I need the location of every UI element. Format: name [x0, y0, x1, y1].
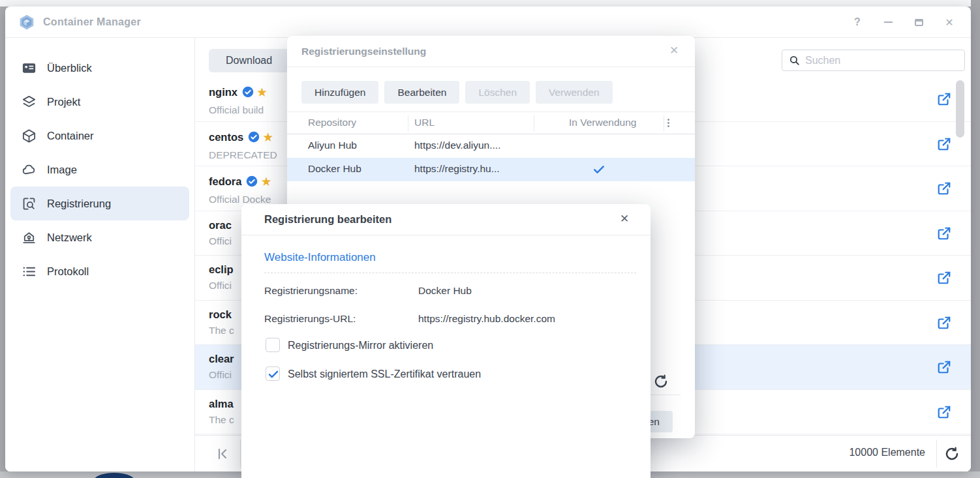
- download-button[interactable]: Download: [209, 49, 289, 72]
- search-input[interactable]: [805, 55, 964, 67]
- maximize-button[interactable]: [913, 16, 925, 28]
- external-link-icon[interactable]: [937, 181, 951, 196]
- minimize-icon: [884, 22, 893, 23]
- first-page-icon[interactable]: [215, 446, 230, 462]
- sidebar: Überblick Projekt Container Image: [5, 38, 195, 471]
- footer-divider: [240, 440, 241, 468]
- registry-url-label: Registrierungs-URL:: [264, 313, 356, 325]
- element-count: 10000 Elemente: [849, 447, 925, 458]
- network-icon: [22, 230, 37, 245]
- help-button[interactable]: ?: [851, 16, 863, 28]
- cell-repository: Docker Hub: [308, 163, 361, 175]
- repo-name: alma: [209, 398, 234, 410]
- dialog-titlebar: Registrierungseinstellung ✕: [287, 36, 695, 67]
- repo-name: centos: [209, 131, 243, 143]
- repo-name: nginx: [209, 86, 237, 98]
- delete-registry-button[interactable]: Löschen: [465, 81, 530, 104]
- sidebar-item-label: Container: [47, 130, 94, 142]
- registry-icon: [22, 196, 37, 211]
- star-icon: ★: [262, 130, 273, 144]
- refresh-icon[interactable]: [944, 446, 960, 462]
- cell-repository: Aliyun Hub: [308, 140, 357, 151]
- close-dialog-icon[interactable]: ✕: [667, 44, 681, 57]
- registry-name-value: Docker Hub: [418, 285, 472, 297]
- sidebar-item-label: Image: [47, 164, 77, 176]
- sidebar-item-label: Überblick: [47, 62, 92, 74]
- column-header-repository: Repository: [308, 117, 356, 128]
- external-link-icon[interactable]: [937, 226, 951, 241]
- sidebar-item-label: Projekt: [47, 96, 80, 108]
- dialog-title: Registrierung bearbeiten: [264, 213, 391, 226]
- overview-icon: [22, 61, 37, 76]
- log-list-icon: [22, 264, 37, 279]
- registry-table-header: Repository URL In Verwendung: [287, 112, 695, 134]
- sidebar-item-label: Registrierung: [47, 198, 111, 210]
- star-icon: ★: [260, 175, 271, 188]
- section-title: Website-Informationen: [264, 251, 376, 264]
- registry-name-label: Registrierungsname:: [264, 285, 358, 297]
- trust-ssl-checkbox[interactable]: [266, 366, 280, 381]
- list-scrollbar-thumb[interactable]: [956, 80, 964, 138]
- window-title: Container Manager: [43, 16, 141, 28]
- sidebar-item-label: Netzwerk: [47, 232, 92, 244]
- external-link-icon[interactable]: [937, 271, 951, 285]
- edit-registry-button[interactable]: Bearbeiten: [384, 81, 459, 104]
- sidebar-item-netzwerk[interactable]: Netzwerk: [10, 220, 189, 254]
- repo-name: fedora: [209, 175, 241, 187]
- mirror-checkbox-label: Registrierungs-Mirror aktivieren: [288, 340, 433, 351]
- sidebar-item-container[interactable]: Container: [10, 119, 189, 153]
- desktop-background-right: [971, 0, 980, 478]
- sidebar-item-label: Protokoll: [47, 265, 89, 278]
- repo-name: clear: [209, 353, 234, 365]
- table-row-aliyun-hub[interactable]: Aliyun Hub https://dev.aliyun....: [287, 134, 695, 158]
- repo-name: rock: [209, 308, 232, 320]
- minimize-button[interactable]: [882, 16, 894, 28]
- sidebar-item-registrierung[interactable]: Registrierung: [10, 187, 189, 220]
- image-cloud-icon: [22, 162, 37, 177]
- section-divider: [264, 273, 636, 273]
- cell-url: https://registry.hu...: [414, 163, 500, 175]
- footer-divider: [936, 440, 937, 468]
- mirror-checkbox[interactable]: [266, 338, 280, 352]
- external-link-icon[interactable]: [937, 316, 951, 330]
- sidebar-item-projekt[interactable]: Projekt: [10, 85, 189, 119]
- search-box: [782, 50, 965, 71]
- project-icon: [22, 95, 37, 110]
- desktop-background-top: [0, 0, 980, 7]
- repo-name: eclip: [209, 263, 234, 275]
- dialog-title: Registrierungseinstellung: [301, 46, 426, 57]
- close-dialog-icon[interactable]: ✕: [618, 213, 631, 226]
- column-divider: [664, 115, 664, 132]
- column-divider: [534, 115, 534, 132]
- close-window-button[interactable]: ✕: [943, 16, 955, 28]
- verified-badge-icon: [242, 86, 254, 100]
- in-use-check-icon: [592, 163, 605, 176]
- window-controls: ? ✕: [851, 7, 955, 38]
- column-settings-icon[interactable]: [667, 117, 670, 128]
- column-header-in-use: In Verwendung: [569, 117, 636, 128]
- registry-url-value: https://registry.hub.docker.com: [418, 313, 555, 325]
- checkmark-icon: [268, 368, 279, 380]
- column-divider: [408, 115, 408, 132]
- container-cube-icon: [22, 128, 37, 143]
- window-header: Container Manager ? ✕: [5, 7, 971, 38]
- table-refresh-icon[interactable]: [653, 374, 669, 389]
- verified-badge-icon: [248, 131, 260, 145]
- add-registry-button[interactable]: Hinzufügen: [301, 81, 378, 104]
- sidebar-item-ueberblick[interactable]: Überblick: [10, 51, 189, 85]
- edit-registry-dialog: Registrierung bearbeiten ✕ Website-Infor…: [241, 204, 651, 478]
- repo-name: orac: [209, 219, 232, 231]
- dialog-toolbar: Hinzufügen Bearbeiten Löschen Verwenden: [301, 81, 613, 104]
- external-link-icon[interactable]: [937, 92, 951, 106]
- table-row-docker-hub[interactable]: Docker Hub https://registry.hu...: [287, 158, 695, 181]
- external-link-icon[interactable]: [937, 360, 951, 374]
- trust-ssl-checkbox-label: Selbst signiertem SSL-Zertifikat vertrau…: [288, 368, 481, 380]
- dialog-titlebar: Registrierung bearbeiten ✕: [241, 204, 651, 235]
- external-link-icon[interactable]: [937, 137, 951, 151]
- sidebar-item-image[interactable]: Image: [10, 153, 189, 187]
- external-link-icon[interactable]: [937, 405, 951, 419]
- cell-url: https://dev.aliyun....: [414, 140, 500, 151]
- use-registry-button[interactable]: Verwenden: [536, 81, 613, 104]
- sidebar-item-protokoll[interactable]: Protokoll: [10, 254, 189, 288]
- verified-badge-icon: [246, 175, 258, 190]
